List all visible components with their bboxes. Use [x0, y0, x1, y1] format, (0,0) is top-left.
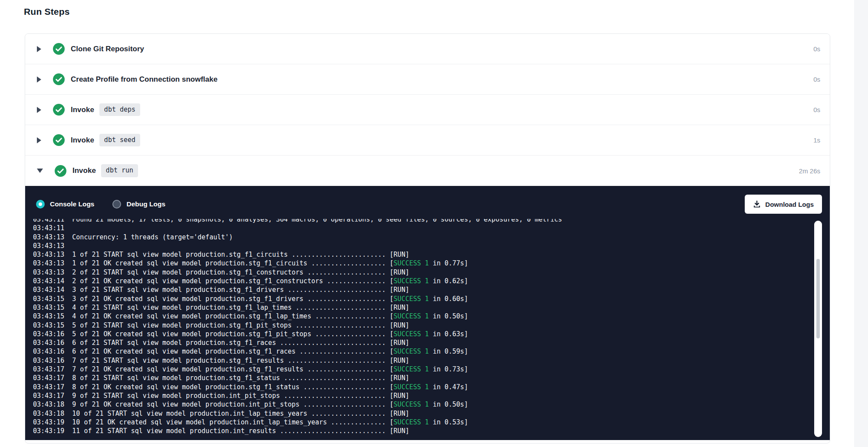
log-line: 03:43:13 2 of 21 START sql view model pr… [33, 268, 822, 277]
log-line: 03:43:16 6 of 21 OK created sql view mod… [33, 347, 822, 356]
debug-logs-radio[interactable]: Debug Logs [112, 200, 165, 209]
step-duration: 0s [813, 76, 820, 83]
log-line: 03:43:13 1 of 21 OK created sql view mod… [33, 259, 822, 268]
log-line: 03:43:11 [33, 224, 822, 232]
log-line: 03:43:16 5 of 21 OK created sql view mod… [33, 330, 822, 338]
success-check-icon [53, 104, 65, 116]
log-line: 03:43:15 4 of 21 START sql view model pr… [33, 303, 822, 312]
log-lines: 03:43:11 Found 21 models, 17 tests, 0 sn… [33, 219, 822, 435]
log-line: 03:43:16 7 of 21 START sql view model pr… [33, 356, 822, 365]
success-check-icon [53, 134, 65, 146]
step-row[interactable]: Create Profile from Connection snowflake… [25, 64, 830, 95]
log-scrollbar-thumb[interactable] [816, 259, 820, 338]
command-pill: dbt seed [99, 134, 140, 147]
download-logs-label: Download Logs [765, 201, 814, 208]
log-line: 03:43:15 5 of 21 START sql view model pr… [33, 321, 822, 330]
log-line: 03:43:17 7 of 21 OK created sql view mod… [33, 365, 822, 374]
radio-selected-icon [36, 200, 45, 209]
step-title: Invoke [71, 136, 94, 145]
log-line: 03:43:14 3 of 21 START sql view model pr… [33, 285, 822, 294]
step-title: Invoke [71, 106, 94, 114]
success-check-icon [53, 43, 65, 55]
log-line: 03:43:13 1 of 21 START sql view model pr… [33, 250, 822, 259]
step-title: Invoke [72, 166, 96, 175]
log-panel: Console Logs Debug Logs Download Logs 03… [25, 186, 830, 440]
step-row[interactable]: Invoke dbt seed 1s [25, 125, 830, 156]
console-logs-label: Console Logs [50, 200, 94, 208]
log-line: 03:43:11 Found 21 models, 17 tests, 0 sn… [33, 219, 822, 224]
log-line: 03:43:14 2 of 21 OK created sql view mod… [33, 277, 822, 285]
step-row[interactable]: Clone Git Repository 0s [25, 34, 830, 64]
step-list: Clone Git Repository 0s Create Profile f… [25, 34, 830, 186]
log-line: 03:43:13 Concurrency: 1 threads (target=… [33, 233, 822, 242]
step-duration: 2m 26s [799, 167, 820, 175]
expand-caret-icon[interactable] [37, 107, 41, 113]
success-check-icon [55, 165, 66, 177]
step-title: Create Profile from Connection snowflake [71, 75, 217, 84]
step-row[interactable]: Invoke dbt run 2m 26s [25, 156, 830, 186]
log-line: 03:43:15 4 of 21 OK created sql view mod… [33, 312, 822, 321]
radio-unselected-icon [112, 200, 121, 209]
step-duration: 0s [813, 106, 820, 113]
log-line: 03:43:17 8 of 21 START sql view model pr… [33, 374, 822, 382]
command-pill: dbt deps [99, 103, 140, 116]
log-line: 03:43:13 [33, 242, 822, 250]
log-line: 03:43:18 9 of 21 OK created sql view mod… [33, 400, 822, 409]
log-scrollbar[interactable] [814, 221, 822, 437]
expand-caret-icon[interactable] [37, 137, 41, 143]
expand-caret-icon[interactable] [37, 76, 41, 83]
log-line: 03:43:17 8 of 21 OK created sql view mod… [33, 383, 822, 391]
log-line: 03:43:19 11 of 21 START sql view model p… [33, 427, 822, 435]
download-logs-button[interactable]: Download Logs [745, 195, 822, 214]
page-title: Run Steps [24, 7, 70, 17]
log-line: 03:43:19 10 of 21 OK created sql view mo… [33, 418, 822, 427]
debug-logs-label: Debug Logs [126, 200, 165, 208]
log-line: 03:43:17 9 of 21 START sql view model pr… [33, 391, 822, 400]
expand-caret-icon[interactable] [37, 46, 41, 52]
collapse-caret-icon[interactable] [37, 169, 43, 173]
log-line: 03:43:16 6 of 21 START sql view model pr… [33, 338, 822, 347]
page-scroll-gutter [854, 0, 868, 447]
run-steps-card: Clone Git Repository 0s Create Profile f… [25, 33, 830, 444]
console-log-output[interactable]: 03:43:11 Found 21 models, 17 tests, 0 sn… [33, 219, 822, 440]
log-toolbar: Console Logs Debug Logs Download Logs [25, 186, 830, 222]
download-icon [753, 200, 761, 208]
console-logs-radio[interactable]: Console Logs [36, 200, 94, 209]
success-check-icon [53, 73, 65, 85]
log-line: 03:43:15 3 of 21 OK created sql view mod… [33, 295, 822, 303]
step-duration: 0s [813, 45, 820, 53]
log-line: 03:43:18 10 of 21 START sql view model p… [33, 409, 822, 418]
step-duration: 1s [813, 136, 820, 144]
command-pill: dbt run [101, 164, 138, 177]
step-row[interactable]: Invoke dbt deps 0s [25, 95, 830, 125]
step-title: Clone Git Repository [71, 45, 144, 53]
